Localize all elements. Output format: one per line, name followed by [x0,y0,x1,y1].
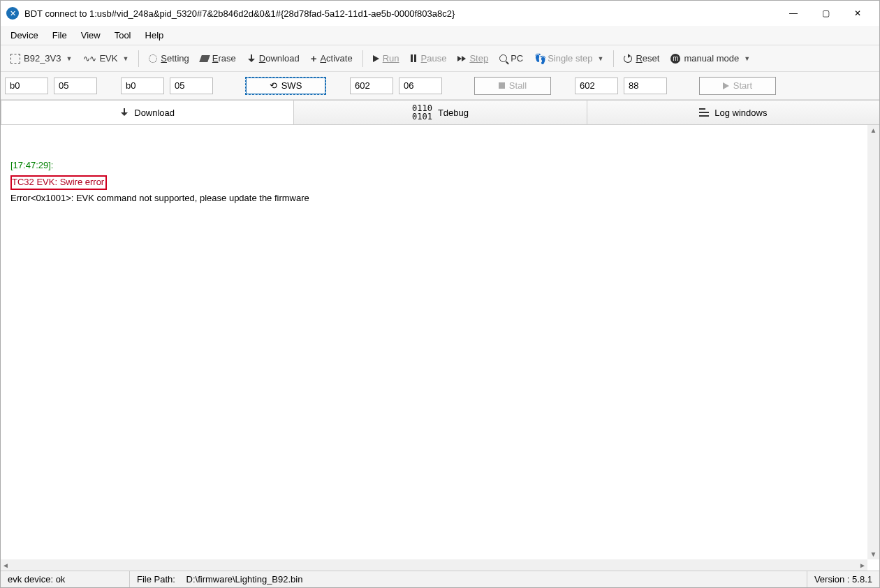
start-label: Start [733,80,752,91]
status-version: Version : 5.8.1 [807,571,879,587]
input-a2[interactable] [54,78,97,94]
download-button[interactable]: Download [242,50,305,66]
step-icon [457,56,466,61]
activate-label: Activate [320,53,352,64]
input-c1[interactable] [575,78,618,94]
app-icon: ✕ [6,7,19,20]
erase-button[interactable]: Erase [195,50,242,66]
menu-bar: Device File View Tool Help [1,26,879,45]
chevron-down-icon: ▼ [598,55,604,62]
reset-button[interactable]: Reset [618,50,665,66]
run-button[interactable]: Run [367,50,405,66]
scroll-down-icon[interactable]: ▼ [869,549,879,559]
scroll-left-icon[interactable]: ◄ [1,561,10,569]
input-a3[interactable] [121,78,164,94]
chevron-down-icon: ▼ [122,55,129,62]
status-path-label: File Path: [137,574,175,585]
scroll-up-icon[interactable]: ▲ [869,125,879,135]
step-button[interactable]: Step [452,50,494,66]
tab-download-label: Download [134,108,175,118]
input-a4[interactable] [170,78,213,94]
chip-select[interactable]: B92_3V3 ▼ [5,50,78,66]
input-b1[interactable] [350,78,393,94]
separator [362,50,363,67]
download-label: Download [259,53,300,64]
minimize-button[interactable]: — [777,3,809,24]
tab-tdebug-label: Tdebug [438,108,469,118]
toolbar: B92_3V3 ▼ ∿∿ EVK ▼ Setting Erase Downloa… [1,45,879,72]
close-button[interactable]: ✕ [842,3,874,24]
sws-label: SWS [281,80,302,91]
download-icon [247,54,256,63]
activate-button[interactable]: + Activate [305,50,358,67]
erase-label: Erase [212,53,236,64]
sws-button[interactable]: ⟲ SWS [245,77,326,95]
pc-button[interactable]: PC [494,50,529,66]
vertical-scrollbar[interactable]: ▲▼ [867,125,879,559]
refresh-icon: ⟲ [270,80,277,91]
tab-row: Download 01100101 Tdebug Log windows [1,100,879,125]
evk-select[interactable]: ∿∿ EVK ▼ [78,50,134,66]
pause-label: Pause [421,53,447,64]
status-device: evk device: ok [1,571,130,587]
step-label: Step [469,53,488,64]
log-content: [17:47:29]: TC32 EVK: Swire error Error<… [10,125,867,559]
horizontal-scrollbar[interactable]: ◄► [1,559,867,571]
menu-device[interactable]: Device [5,28,44,43]
chevron-down-icon: ▼ [744,55,750,62]
chevron-down-icon: ▼ [66,55,73,62]
input-a1[interactable] [5,78,48,94]
stall-button[interactable]: Stall [474,77,551,95]
input-c2[interactable] [624,78,667,94]
wave-icon: ∿∿ [83,54,96,64]
gear-icon [149,54,157,63]
mode-icon: m [670,54,680,64]
pc-label: PC [511,53,523,64]
separator [138,50,139,67]
status-bar: evk device: ok File Path: D:\firmware\Li… [1,571,879,587]
plus-icon: + [311,52,317,64]
start-button[interactable]: Start [699,77,776,95]
log-line-timestamp: [17:47:29]: [10,160,53,170]
pause-icon [411,54,418,62]
log-area: [17:47:29]: TC32 EVK: Swire error Error<… [1,125,879,571]
tab-download[interactable]: Download [1,100,294,124]
status-filepath: File Path: D:\firmware\Lighting_B92.bin [130,571,807,587]
tab-log[interactable]: Log windows [587,100,880,124]
list-icon [699,108,709,117]
input-b2[interactable] [399,78,442,94]
tdebug-icon: 01100101 [412,104,432,121]
manual-mode-button[interactable]: m manual mode ▼ [665,50,756,66]
setting-label: Setting [161,53,189,64]
singlestep-button[interactable]: 👣 Single step ▼ [529,50,609,67]
tab-tdebug[interactable]: 01100101 Tdebug [293,100,587,124]
run-label: Run [383,53,399,64]
menu-file[interactable]: File [47,28,73,43]
pause-button[interactable]: Pause [405,50,453,66]
maximize-button[interactable]: ▢ [809,3,842,24]
scroll-right-icon[interactable]: ► [858,561,867,569]
status-path-value: D:\firmware\Lighting_B92.bin [186,574,303,585]
log-line-detail: Error<0x1001>: EVK command not supported… [10,193,309,203]
eraser-icon [199,55,210,62]
log-line-error-highlight: TC32 EVK: Swire error [10,175,107,190]
stall-label: Stall [509,80,527,91]
window-title: BDT connect to 1:usb#vid_248a&pid_5320#7… [24,8,777,19]
play-icon [723,82,729,89]
singlestep-label: Single step [548,53,592,64]
footsteps-icon: 👣 [534,53,544,64]
chip-icon [10,54,20,64]
menu-view[interactable]: View [75,28,106,43]
menu-tool[interactable]: Tool [109,28,137,43]
evk-label: EVK [99,53,117,64]
magnifier-icon [499,54,507,62]
input-row: ⟲ SWS Stall Start [1,72,879,100]
reset-label: Reset [636,53,659,64]
setting-button[interactable]: Setting [143,50,194,66]
play-icon [373,55,379,62]
title-bar: ✕ BDT connect to 1:usb#vid_248a&pid_5320… [1,1,879,26]
manual-label: manual mode [684,53,739,64]
download-icon [120,108,129,117]
stop-icon [499,82,505,89]
menu-help[interactable]: Help [140,28,170,43]
